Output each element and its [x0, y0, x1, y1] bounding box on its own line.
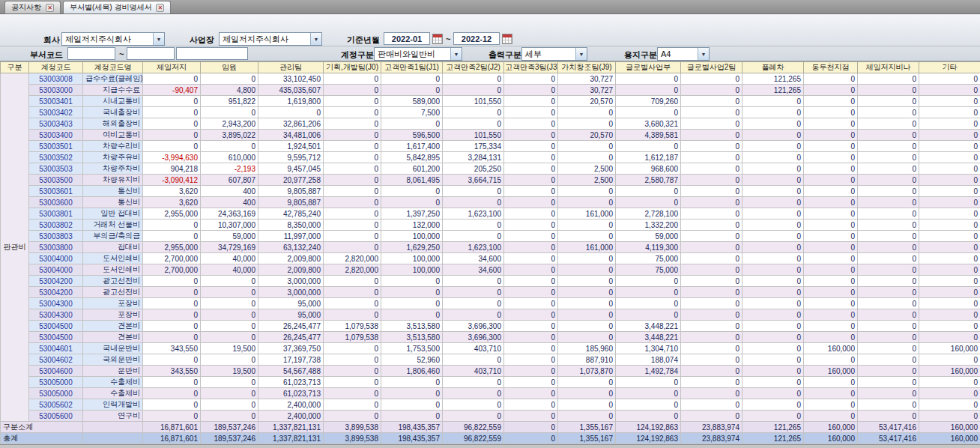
value-cell[interactable]: 24,363,169	[201, 208, 258, 220]
value-cell[interactable]: 3,696,300	[443, 332, 504, 343]
account-code-cell[interactable]: 53004300	[29, 309, 83, 321]
value-cell[interactable]: 0	[919, 197, 980, 208]
value-cell[interactable]: 0	[443, 231, 504, 242]
value-cell[interactable]: 198,435,357	[381, 422, 443, 433]
value-cell[interactable]: 0	[504, 96, 558, 107]
value-cell[interactable]: 0	[381, 298, 443, 309]
value-cell[interactable]: 0	[616, 411, 681, 422]
value-cell[interactable]: 0	[443, 309, 504, 321]
value-cell[interactable]: 0	[324, 377, 381, 388]
value-cell[interactable]: 175,334	[443, 141, 504, 152]
value-cell[interactable]: 0	[443, 298, 504, 309]
table-row[interactable]: 53005000수출제비0061,023,71300000000000	[1, 377, 980, 388]
value-cell[interactable]: 0	[324, 96, 381, 107]
value-cell[interactable]: 4,389,581	[616, 130, 681, 141]
value-cell[interactable]: 610,000	[201, 152, 258, 163]
value-cell[interactable]: 400	[201, 186, 258, 197]
site-select[interactable]: 제일저지주식회사 ▼	[219, 32, 322, 46]
value-cell[interactable]: 0	[504, 186, 558, 197]
value-cell[interactable]: 23,883,974	[681, 422, 742, 433]
value-cell[interactable]: 0	[742, 287, 804, 298]
value-cell[interactable]: 0	[324, 208, 381, 220]
account-name-cell[interactable]: 국내출장비	[83, 107, 143, 118]
value-cell[interactable]: 0	[616, 309, 681, 321]
account-name-cell[interactable]: 통신비	[83, 186, 143, 197]
value-cell[interactable]: 0	[143, 96, 201, 107]
table-row[interactable]: 53005000수출제비0061,023,71300000000000	[1, 388, 980, 399]
value-cell[interactable]: 2,500	[558, 175, 616, 186]
value-cell[interactable]: 0	[201, 309, 258, 321]
value-cell[interactable]: 0	[381, 118, 443, 130]
subtotal-row-label[interactable]: 구분소계	[1, 422, 83, 433]
value-cell[interactable]: 0	[143, 130, 201, 141]
value-cell[interactable]: 34,481,006	[258, 130, 324, 141]
account-name-cell[interactable]	[83, 422, 143, 433]
value-cell[interactable]: 10,307,000	[201, 220, 258, 231]
value-cell[interactable]: 0	[742, 107, 804, 118]
value-cell[interactable]: 0	[616, 186, 681, 197]
account-code-cell[interactable]: 53003402	[29, 107, 83, 118]
value-cell[interactable]: 7,500	[381, 107, 443, 118]
value-cell[interactable]: 0	[858, 388, 919, 399]
account-name-cell[interactable]	[83, 433, 143, 444]
account-name-cell[interactable]: 포장비	[83, 298, 143, 309]
value-cell[interactable]: 0	[804, 321, 858, 332]
value-cell[interactable]: 0	[616, 73, 681, 85]
value-cell[interactable]: 0	[616, 85, 681, 96]
value-cell[interactable]: 0	[558, 186, 616, 197]
value-cell[interactable]: 0	[324, 399, 381, 411]
value-cell[interactable]: 2,009,800	[258, 264, 324, 276]
account-name-cell[interactable]: 통신비	[83, 197, 143, 208]
value-cell[interactable]: 0	[681, 253, 742, 264]
value-cell[interactable]: 0	[742, 298, 804, 309]
close-icon[interactable]: ✕	[46, 4, 54, 12]
column-header[interactable]: 가치창조팀(J9)	[558, 62, 616, 73]
table-row[interactable]: 53004000도서인쇄비2,700,00040,0002,009,8002,8…	[1, 264, 980, 276]
value-cell[interactable]: 0	[616, 141, 681, 152]
value-cell[interactable]: 0	[324, 298, 381, 309]
account-code-cell[interactable]: 53003403	[29, 118, 83, 130]
value-cell[interactable]: 0	[201, 377, 258, 388]
value-cell[interactable]: 0	[381, 377, 443, 388]
account-code-cell[interactable]: 53003400	[29, 130, 83, 141]
value-cell[interactable]: 0	[143, 298, 201, 309]
value-cell[interactable]: 185,960	[558, 343, 616, 354]
value-cell[interactable]: 0	[858, 163, 919, 175]
value-cell[interactable]: 124,192,863	[616, 422, 681, 433]
value-cell[interactable]: 3,513,580	[381, 321, 443, 332]
value-cell[interactable]: 0	[143, 118, 201, 130]
value-cell[interactable]: 0	[804, 399, 858, 411]
value-cell[interactable]: 160,000	[804, 433, 858, 444]
value-cell[interactable]: 0	[858, 118, 919, 130]
value-cell[interactable]: 205,250	[443, 163, 504, 175]
value-cell[interactable]: 0	[324, 388, 381, 399]
table-row[interactable]: 53003403해외출장비02,943,20032,861,206000003,…	[1, 118, 980, 130]
value-cell[interactable]: 0	[504, 366, 558, 377]
value-cell[interactable]: 0	[742, 388, 804, 399]
value-cell[interactable]: 0	[324, 130, 381, 141]
value-cell[interactable]: 0	[143, 107, 201, 118]
value-cell[interactable]: 0	[504, 130, 558, 141]
value-cell[interactable]: 589,000	[381, 96, 443, 107]
value-cell[interactable]: 9,805,887	[258, 197, 324, 208]
table-row[interactable]: 53003503차량주차비904,218-2,1939,457,0450601,…	[1, 163, 980, 175]
value-cell[interactable]: 0	[858, 130, 919, 141]
column-header[interactable]: 관리팀	[258, 62, 324, 73]
value-cell[interactable]: 40,000	[201, 264, 258, 276]
account-name-cell[interactable]: 부의금/축의금	[83, 231, 143, 242]
account-name-cell[interactable]: 국외운반비	[83, 354, 143, 366]
value-cell[interactable]: 0	[616, 298, 681, 309]
value-cell[interactable]: 0	[742, 366, 804, 377]
account-code-cell[interactable]: 53003008	[29, 73, 83, 85]
value-cell[interactable]: 0	[143, 388, 201, 399]
value-cell[interactable]: 0	[919, 208, 980, 220]
value-cell[interactable]: 0	[919, 118, 980, 130]
value-cell[interactable]: 0	[381, 309, 443, 321]
account-code-cell[interactable]: 53003500	[29, 175, 83, 186]
horizontal-scrollbar[interactable]	[0, 444, 980, 448]
value-cell[interactable]: 0	[742, 197, 804, 208]
value-cell[interactable]: 0	[504, 118, 558, 130]
value-cell[interactable]: 1,629,250	[381, 242, 443, 253]
value-cell[interactable]: 0	[919, 130, 980, 141]
value-cell[interactable]: 0	[504, 163, 558, 175]
